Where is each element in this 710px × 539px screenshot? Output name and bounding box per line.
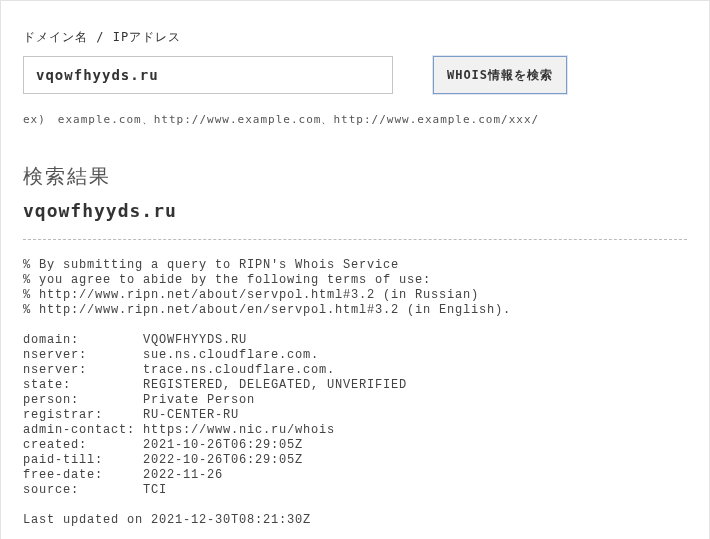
- result-domain: vqowfhyyds.ru: [23, 200, 687, 221]
- whois-output: % By submitting a query to RIPN's Whois …: [23, 258, 687, 528]
- result-separator: [23, 239, 687, 240]
- whois-lookup-panel: ドメイン名 / IPアドレス WHOIS情報を検索 ex) example.co…: [0, 0, 710, 539]
- domain-input-label: ドメイン名 / IPアドレス: [23, 29, 687, 46]
- input-example-hint: ex) example.com、http://www.example.com、h…: [23, 112, 687, 127]
- search-form-row: WHOIS情報を検索: [23, 56, 687, 94]
- result-heading: 検索結果: [23, 163, 687, 190]
- domain-input[interactable]: [23, 56, 393, 94]
- whois-search-button[interactable]: WHOIS情報を検索: [433, 56, 567, 94]
